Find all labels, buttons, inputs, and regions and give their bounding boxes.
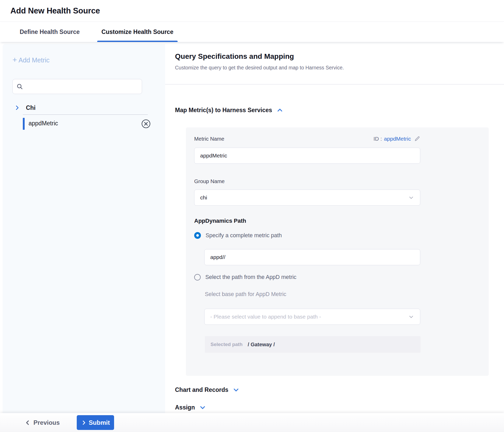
dialog-header: Add New Health Source: [0, 0, 504, 22]
tab-bar: Define Health Source Customize Health So…: [0, 22, 504, 42]
chevron-down-icon[interactable]: [199, 404, 206, 411]
section-chart-records-header[interactable]: Chart and Records: [175, 386, 240, 393]
group-divider: [23, 114, 148, 115]
metric-search-input[interactable]: [26, 79, 138, 94]
selected-path-box: Selected path / Gateway /: [205, 336, 421, 353]
chevron-up-icon[interactable]: [276, 107, 283, 114]
group-name-label: Group Name: [194, 178, 225, 184]
chevron-down-icon: [408, 195, 414, 201]
dialog-footer: Previous Submit: [0, 413, 504, 432]
edit-pencil-icon[interactable]: [414, 136, 420, 142]
selected-path-label: Selected path: [211, 342, 243, 347]
dialog-content: + Add Metric Chi appdMetric: [0, 42, 504, 413]
tab-define-health-source[interactable]: Define Health Source: [16, 22, 84, 42]
radio-selected-icon[interactable]: [194, 232, 201, 239]
metric-group-label: Chi: [26, 104, 36, 111]
complete-metric-path-input[interactable]: [204, 249, 420, 265]
radio-complete-metric-path[interactable]: Specify a complete metric path: [194, 232, 282, 239]
metric-group-row-chi[interactable]: Chi: [3, 102, 165, 114]
selected-metric-indicator: [23, 118, 25, 130]
active-tab-indicator: [97, 41, 177, 42]
add-health-source-dialog: Add New Health Source Define Health Sour…: [0, 0, 504, 432]
radio-select-appd-path[interactable]: Select the path from the AppD metric: [194, 274, 296, 280]
base-path-placeholder: - Please select value to append to base …: [210, 314, 321, 320]
map-metric-card: Metric Name ID : appdMetric Group Name c…: [186, 127, 489, 376]
tab-label: Customize Health Source: [101, 28, 173, 35]
base-path-label: Select base path for AppD Metric: [205, 291, 286, 298]
submit-label: Submit: [89, 419, 110, 426]
tab-label: Define Health Source: [20, 28, 80, 35]
selected-path-value: / Gateway /: [248, 342, 275, 348]
query-spec-panel: Query Specifications and Mapping Customi…: [165, 42, 504, 413]
section-title: Assign: [175, 404, 195, 411]
metric-id-group: ID : appdMetric: [373, 136, 420, 142]
remove-metric-icon[interactable]: [141, 119, 151, 129]
previous-label: Previous: [33, 419, 60, 426]
radio-unselected-icon[interactable]: [194, 274, 201, 280]
section-map-metrics-header[interactable]: Map Metric(s) to Harness Services: [175, 107, 283, 114]
metric-search-box: [12, 79, 142, 94]
section-assign-header[interactable]: Assign: [175, 404, 206, 411]
panel-divider: [165, 84, 504, 84]
chevron-right-icon: [81, 420, 87, 426]
panel-heading: Query Specifications and Mapping: [175, 52, 294, 61]
tab-customize-health-source[interactable]: Customize Health Source: [97, 22, 177, 42]
metric-name-row: Metric Name ID : appdMetric: [194, 136, 420, 142]
radio-label: Specify a complete metric path: [206, 232, 282, 239]
id-label: ID :: [373, 136, 382, 142]
chevron-down-icon: [408, 314, 414, 320]
section-title: Map Metric(s) to Harness Services: [175, 107, 272, 114]
page-title: Add New Health Source: [10, 6, 100, 16]
add-metric-label: Add Metric: [19, 56, 50, 64]
submit-button[interactable]: Submit: [77, 415, 114, 430]
metric-id-link[interactable]: appdMetric: [384, 136, 411, 142]
base-path-select[interactable]: - Please select value to append to base …: [204, 309, 420, 325]
chevron-right-icon[interactable]: [14, 105, 20, 111]
search-icon: [16, 83, 23, 90]
section-title: Chart and Records: [175, 386, 228, 393]
chevron-left-icon: [25, 420, 31, 426]
metric-item-appdmetric[interactable]: appdMetric: [3, 117, 165, 131]
previous-button[interactable]: Previous: [25, 419, 60, 426]
add-metric-button[interactable]: + Add Metric: [12, 56, 50, 64]
radio-label: Select the path from the AppD metric: [205, 274, 296, 280]
group-name-select[interactable]: chi: [194, 190, 420, 206]
appdynamics-path-label: AppDynamics Path: [194, 218, 246, 224]
metric-name-input[interactable]: [194, 148, 420, 164]
metrics-sidebar: + Add Metric Chi appdMetric: [3, 44, 165, 413]
metric-name-label: Metric Name: [194, 136, 224, 142]
group-name-value: chi: [200, 195, 207, 201]
chevron-down-icon[interactable]: [233, 386, 240, 393]
plus-icon: +: [12, 56, 17, 64]
panel-subheading: Customize the query to get the desired o…: [175, 65, 344, 71]
metric-item-label: appdMetric: [29, 120, 58, 127]
